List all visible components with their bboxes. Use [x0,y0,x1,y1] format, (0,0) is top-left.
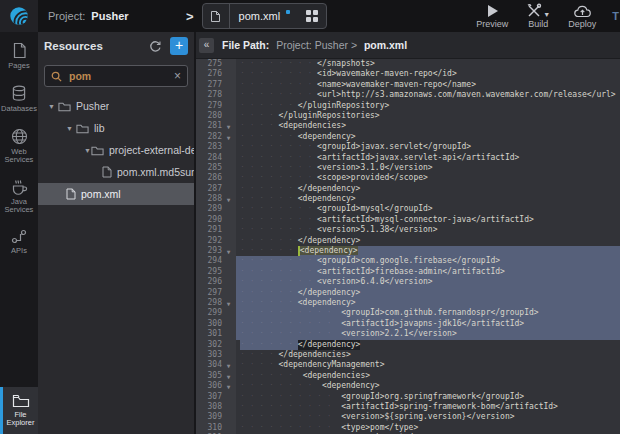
gutter[interactable]: 282▼ [196,132,236,142]
tree-item-project-external-dependencies[interactable]: ▼project-external-dependencies [38,139,194,161]
line-number: 306 [196,381,222,391]
gutter[interactable]: 293▼ [196,246,236,256]
folder-icon [91,145,104,156]
code-line: 307· · · · · · · · · · <groupId>org.spri… [196,392,620,402]
code-line: 304▼· · · · <dependencyManagement> [196,360,620,370]
sidebar-item-web-services[interactable]: Web Services [0,128,38,164]
code-line: 292· · · · · · </dependency> [196,236,620,246]
fold-icon [222,392,235,402]
fold-icon[interactable]: ▼ [222,298,235,308]
file-icon [102,166,112,178]
caret-down-icon[interactable]: ▼ [48,103,58,110]
deploy-cloud-icon [574,3,591,18]
tree-item-lib[interactable]: ▼lib [38,117,194,139]
refresh-icon[interactable] [149,40,162,53]
gutter: 278 [196,90,236,100]
truncated-right-label[interactable]: T [612,10,619,22]
code-line: 294· · · · · · · · <groupId>com.google.f… [196,256,620,266]
code-text: · · · · · · · · <version>5.1.38</version… [236,225,620,235]
code-line: 298▼· · · · · · <dependency> [196,298,620,308]
left-sidebar: Pages Databases Web Services [0,32,38,434]
line-number: 305 [196,371,222,381]
collapse-panel-icon[interactable]: « [199,38,214,53]
code-line: 290· · · · · · · · <artifactId>mysql-con… [196,215,620,225]
gutter: 279 [196,101,236,111]
fold-icon[interactable]: ▼ [222,132,235,142]
gutter[interactable]: 281▼ [196,121,236,131]
fold-icon [222,111,235,121]
line-number: 308 [196,402,222,412]
code-text: · · · · · · <dependency> [236,246,620,256]
caret-down-icon[interactable]: ▼ [84,147,91,154]
resource-search[interactable]: × [44,65,188,87]
sidebar-item-file-explorer[interactable]: File Explorer [0,387,38,434]
build-button[interactable]: ▼ Build [526,3,550,29]
tree-item-label: lib [94,122,105,134]
line-number: 310 [196,423,222,433]
gutter[interactable]: 304▼ [196,360,236,370]
tree-item-label: pom.xml [81,188,121,200]
toolbar-actions: Preview ▼ Build Deploy [476,3,596,29]
resources-title: Resources [44,40,149,52]
line-number: 297 [196,288,222,298]
sidebar-item-databases[interactable]: Databases [0,85,38,113]
line-number: 284 [196,153,222,163]
code-text: · · · · · · · · · · <artifactId>javapns-… [236,319,620,329]
code-text: · · · · · · · · · · <groupId>com.github.… [236,308,620,318]
file-icon [66,188,76,200]
code-line: 297· · · · · · </dependency> [196,288,620,298]
fold-icon [222,350,235,360]
add-resource-button[interactable]: + [170,37,188,55]
preview-button[interactable]: Preview [476,3,508,29]
file-path-bar: « File Path: Project: Pusher > pom.xml [196,32,620,59]
line-number: 285 [196,163,222,173]
line-number: 296 [196,277,222,287]
grid-view-icon[interactable] [298,4,326,28]
tree-item-pom.xml.md5sum[interactable]: pom.xml.md5sum [38,161,194,183]
code-text: · · · · · · · · <artifactId>javax.servle… [236,153,620,163]
project-name: Pusher [91,10,128,22]
code-line: 283· · · · · · · · <groupId>javax.servle… [196,142,620,152]
code-line: 281▼· · · · <dependencies> [196,121,620,131]
gutter[interactable]: 298▼ [196,298,236,308]
gutter[interactable]: 288▼ [196,194,236,204]
fold-icon[interactable]: ▼ [222,360,235,370]
code-line: 284· · · · · · · · <artifactId>javax.ser… [196,153,620,163]
tree-item-Pusher[interactable]: ▼Pusher [38,95,194,117]
fold-icon [222,277,235,287]
code-line: 277· · · · · · · · <name>wavemaker-maven… [196,80,620,90]
wavemaker-logo[interactable] [0,0,38,32]
sidebar-item-pages[interactable]: Pages [0,42,38,70]
fold-icon[interactable]: ▼ [222,246,235,256]
line-number: 278 [196,90,222,100]
clear-search-icon[interactable]: × [174,69,181,83]
line-number: 281 [196,121,222,131]
resources-panel: Resources + × ▼Pusher▼lib▼project-extern… [38,32,196,434]
caret-down-icon[interactable]: ▼ [66,125,76,132]
fold-icon[interactable]: ▼ [222,381,235,391]
fold-icon[interactable]: ▼ [222,371,235,381]
folder-icon [12,394,30,408]
search-input[interactable] [67,69,169,83]
sidebar-item-java-services[interactable]: Java Services [0,179,38,214]
code-line: 280· · · · </pluginRepositories> [196,111,620,121]
fold-icon [222,256,235,266]
fold-icon [222,329,235,339]
deploy-button[interactable]: Deploy [568,3,596,29]
code-text: · · · · · · · · · · <artifactId>spring-f… [236,402,620,412]
code-line: 310· · · · · · · · · · <type>pom</type> [196,423,620,433]
code-line: 279· · · · · · </pluginRepository> [196,101,620,111]
gutter: 296 [196,277,236,287]
fold-icon[interactable]: ▼ [222,121,235,131]
tree-item-pom.xml[interactable]: pom.xml [38,183,194,205]
gutter[interactable]: 306▼ [196,381,236,391]
gutter: 292 [196,236,236,246]
fold-icon [222,308,235,318]
tab-pom-xml[interactable]: pom.xml [202,3,328,29]
code-text: · · · · · · · · <id>wavemaker-maven-repo… [236,69,620,79]
gutter[interactable]: 305▼ [196,371,236,381]
sidebar-item-apis[interactable]: APIs [0,229,38,255]
fold-icon[interactable]: ▼ [222,194,235,204]
code-line: 306▼· · · · · · · · <dependency> [196,381,620,391]
code-area[interactable]: 275· · · · · · · · </snapshots>276· · · … [196,59,620,434]
